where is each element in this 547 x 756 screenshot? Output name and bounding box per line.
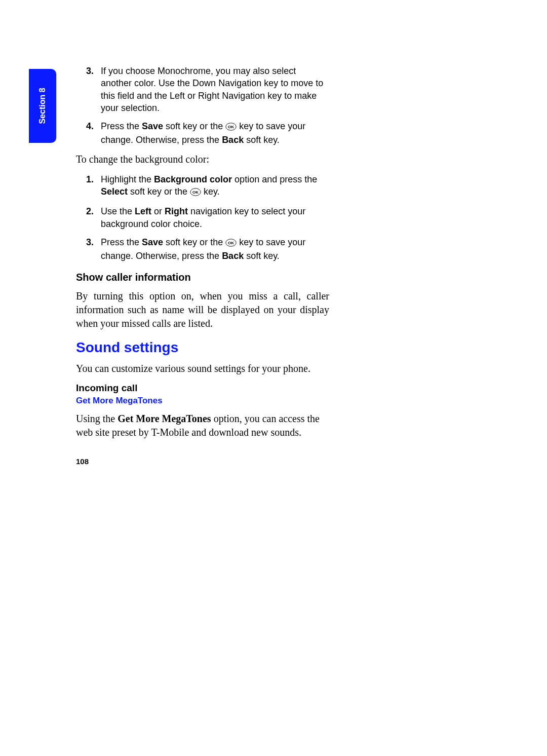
step-number: 3. [86,65,94,77]
step-number: 1. [86,173,94,185]
heading-show-caller-information: Show caller information [76,272,329,283]
step-number: 4. [86,120,94,132]
heading-get-more-megatones: Get More MegaTones [76,396,329,406]
paragraph-megatones: Using the Get More MegaTones option, you… [76,412,329,439]
manual-page: Section 8 3. If you choose Monochrome, y… [0,0,415,535]
section-tab-label: Section 8 [38,88,47,124]
ok-key-icon [190,187,201,199]
section-tab: Section 8 [29,69,56,143]
list-item: 2. Use the Left or Right navigation key … [76,205,329,230]
step-text: Press the Save soft key or the key to sa… [101,237,305,261]
paragraph-show-caller: By turning this option on, when you miss… [76,289,329,330]
heading-sound-settings: Sound settings [76,339,329,356]
list-item: 4. Press the Save soft key or the key to… [76,120,329,146]
list-item: 3. Press the Save soft key or the key to… [76,236,329,262]
step-text: Use the Left or Right navigation key to … [101,206,305,229]
step-text: Highlight the Background color option an… [101,174,317,197]
page-number: 108 [76,457,89,466]
paragraph-bg-intro: To change the background color: [76,153,329,166]
paragraph-sound-settings: You can customize various sound settings… [76,362,329,375]
steps-background-color: 1. Highlight the Background color option… [76,173,329,262]
steps-display-color: 3. If you choose Monochrome, you may als… [76,65,329,146]
step-text: Press the Save soft key or the key to sa… [101,121,305,145]
step-number: 2. [86,205,94,217]
ok-key-icon [225,238,237,250]
ok-key-icon [225,122,237,134]
list-item: 1. Highlight the Background color option… [76,173,329,200]
step-text: If you choose Monochrome, you may also s… [101,66,323,113]
page-content: 3. If you choose Monochrome, you may als… [76,65,329,446]
list-item: 3. If you choose Monochrome, you may als… [76,65,329,114]
heading-incoming-call: Incoming call [76,383,329,394]
step-number: 3. [86,236,94,248]
